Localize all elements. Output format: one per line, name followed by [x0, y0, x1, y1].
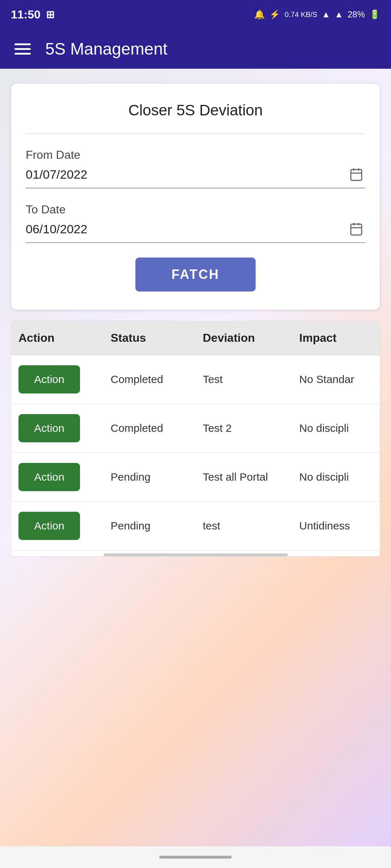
table-header: Action Status Deviation Impact: [11, 321, 380, 355]
header-status: Status: [104, 321, 196, 355]
svg-rect-0: [351, 170, 362, 180]
main-content: Closer 5S Deviation From Date 01/07/2022…: [0, 69, 391, 868]
row3-impact: No discipli: [292, 453, 380, 502]
table-row: Action Pending Test all Portal No discip…: [11, 453, 380, 502]
to-date-calendar-icon[interactable]: [347, 220, 365, 238]
status-bar-right: 🔔 ⚡ 0.74 KB/S ▲ ▲ 28% 🔋: [254, 9, 380, 20]
status-time: 11:50: [11, 8, 41, 21]
to-date-label: To Date: [26, 203, 365, 216]
row2-deviation: Test 2: [196, 404, 292, 453]
data-table: Action Status Deviation Impact Action Co…: [11, 321, 380, 550]
row2-action-cell: Action: [11, 404, 104, 453]
header-action: Action: [11, 321, 104, 355]
row4-impact: Untidiness: [292, 502, 380, 550]
form-card: Closer 5S Deviation From Date 01/07/2022…: [11, 83, 380, 310]
header-impact: Impact: [292, 321, 380, 355]
row1-action-cell: Action: [11, 355, 104, 404]
fetch-button[interactable]: FATCH: [135, 258, 256, 292]
battery-text: 28%: [348, 9, 365, 20]
to-date-field[interactable]: 06/10/2022: [26, 220, 365, 243]
from-date-label: From Date: [26, 148, 365, 162]
row3-deviation: Test all Portal: [196, 453, 292, 502]
card-divider: [26, 133, 365, 134]
row3-action-button[interactable]: Action: [18, 463, 80, 491]
bluetooth-icon: ⚡: [269, 9, 280, 20]
bottom-bar: [0, 846, 391, 868]
table-body: Action Completed Test No Standar Action …: [11, 355, 380, 550]
signal-icon: ▲: [335, 9, 343, 20]
row1-status: Completed: [104, 355, 196, 404]
row2-status: Completed: [104, 404, 196, 453]
battery-icon: 🔋: [369, 9, 380, 20]
alarm-icon: 🔔: [254, 9, 265, 20]
app-grid-icon: ⊞: [46, 9, 54, 21]
app-title: 5S Management: [45, 39, 168, 59]
row4-deviation: test: [196, 502, 292, 550]
table-row: Action Completed Test No Standar: [11, 355, 380, 404]
app-bar: 5S Management: [0, 29, 391, 69]
row1-action-button[interactable]: Action: [18, 365, 80, 393]
wifi-icon: ▲: [321, 9, 330, 20]
row4-status: Pending: [104, 502, 196, 550]
row2-action-button[interactable]: Action: [18, 414, 80, 442]
home-indicator: [159, 856, 232, 859]
from-date-field[interactable]: 01/07/2022: [26, 165, 365, 188]
row1-deviation: Test: [196, 355, 292, 404]
row2-impact: No discipli: [292, 404, 380, 453]
from-date-calendar-icon[interactable]: [347, 165, 365, 183]
row3-action-cell: Action: [11, 453, 104, 502]
data-table-container: Action Status Deviation Impact Action Co…: [11, 321, 380, 557]
table-row: Action Completed Test 2 No discipli: [11, 404, 380, 453]
card-title: Closer 5S Deviation: [26, 102, 365, 119]
table-row: Action Pending test Untidiness: [11, 502, 380, 550]
fetch-btn-wrapper: FATCH: [26, 258, 365, 292]
status-bar-left: 11:50 ⊞: [11, 8, 54, 21]
row1-impact: No Standar: [292, 355, 380, 404]
menu-button[interactable]: [14, 43, 31, 55]
row4-action-button[interactable]: Action: [18, 512, 80, 540]
svg-rect-4: [351, 224, 362, 235]
from-date-value: 01/07/2022: [26, 167, 347, 182]
to-date-value: 06/10/2022: [26, 222, 347, 236]
horizontal-scrollbar[interactable]: [104, 553, 288, 556]
row3-status: Pending: [104, 453, 196, 502]
network-speed: 0.74 KB/S: [285, 10, 317, 19]
row4-action-cell: Action: [11, 502, 104, 550]
table-header-row: Action Status Deviation Impact: [11, 321, 380, 355]
status-bar: 11:50 ⊞ 🔔 ⚡ 0.74 KB/S ▲ ▲ 28% 🔋: [0, 0, 391, 29]
header-deviation: Deviation: [196, 321, 292, 355]
